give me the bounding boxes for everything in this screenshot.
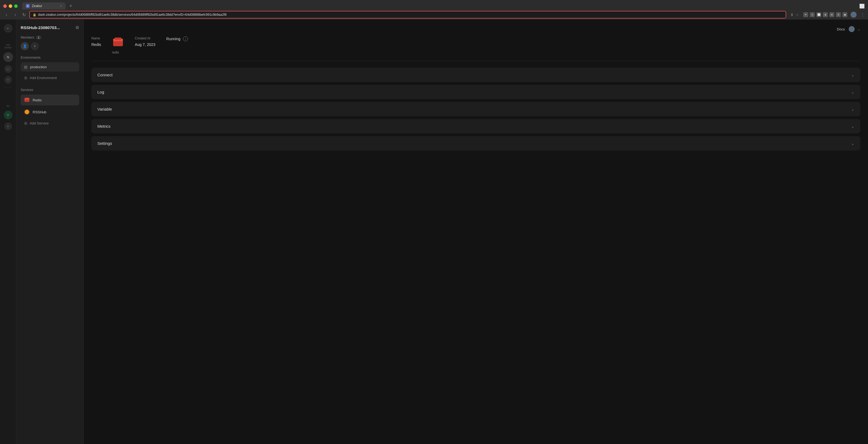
- extension-3[interactable]: ⬜: [816, 12, 821, 17]
- sidebar-site-label: site Zeabur: [4, 43, 12, 49]
- created-at-value: Aug 7, 2023: [135, 42, 156, 47]
- member-avatar-1[interactable]: 👤: [21, 42, 29, 50]
- project-settings-icon[interactable]: ⚙: [75, 25, 79, 30]
- browser-menu-button[interactable]: ⋮: [860, 12, 865, 18]
- created-at-label: Created At: [135, 36, 156, 40]
- settings-chevron-icon: ⌄: [851, 141, 855, 146]
- environments-label: Environments: [21, 56, 79, 60]
- svg-rect-2: [25, 98, 29, 99]
- sidebar-bottom-add[interactable]: +: [4, 123, 12, 130]
- address-input[interactable]: [38, 13, 783, 16]
- tab-close-button[interactable]: ×: [60, 4, 62, 8]
- sidebar-item-v[interactable]: V: [4, 111, 12, 119]
- accordion-list: Connect ⌄ Log ⌄ Variable ⌄ Metrics: [91, 68, 860, 150]
- browser-extensions: ✦ S ⬜ ◈ ⊞ ⧉ ▣: [803, 12, 847, 17]
- variable-chevron-icon: ⌄: [851, 107, 855, 111]
- project-header: RSSHub-23080703... ⚙: [21, 25, 79, 30]
- extension-6[interactable]: ⧉: [836, 12, 841, 17]
- connect-chevron-icon: ⌄: [851, 73, 855, 77]
- settings-section: Settings ⌄: [91, 136, 860, 150]
- browser-chrome: Z Zeabur × + ⬜ ‹ › ↻ 🔒 ⬆ ☆ ✦ S ⬜ ◈ ⊞ ⧉ ▣: [0, 0, 868, 20]
- name-label: Name: [91, 36, 101, 40]
- top-bar: Docs 👤 ⌄: [91, 26, 860, 32]
- window-restore-button[interactable]: ⬜: [859, 3, 865, 9]
- app-container: ← site Zeabur N go + rks V + RSSHub-2308…: [0, 20, 868, 444]
- extension-7[interactable]: ▣: [842, 12, 847, 17]
- extension-1[interactable]: ✦: [803, 12, 808, 17]
- environments-section: Environments ▤ production ⊕ Add Environm…: [21, 56, 79, 82]
- back-navigation-button[interactable]: ‹: [3, 12, 10, 18]
- variable-section: Variable ⌄: [91, 102, 860, 116]
- status-label: Running: [166, 37, 180, 41]
- members-count-badge: 1: [36, 36, 41, 39]
- rsshub-service-icon: [24, 109, 30, 115]
- add-env-label: Add Environment: [30, 76, 57, 80]
- services-label: Services: [21, 88, 79, 92]
- variable-label: Variable: [97, 107, 112, 111]
- logo-label: redis: [112, 50, 124, 54]
- redis-service-label: Redis: [33, 98, 41, 102]
- docs-link[interactable]: Docs: [837, 27, 845, 31]
- status-field: Running i: [166, 36, 188, 41]
- status-info-icon: i: [183, 36, 188, 41]
- project-sidebar: RSSHub-23080703... ⚙ Members1 👤 + Enviro…: [16, 20, 84, 444]
- services-section: Services Redis: [21, 88, 79, 128]
- add-env-plus-icon: ⊕: [24, 75, 28, 80]
- service-logo-field: redis: [112, 36, 124, 54]
- sidebar-back-button[interactable]: ←: [4, 24, 12, 33]
- reload-button[interactable]: ↻: [21, 12, 27, 18]
- sidebar-item-n[interactable]: N: [3, 52, 13, 62]
- share-button[interactable]: ⬆: [790, 13, 794, 17]
- settings-header[interactable]: Settings ⌄: [91, 136, 860, 150]
- connect-header[interactable]: Connect ⌄: [91, 68, 860, 82]
- add-service-label: Add Service: [30, 121, 49, 125]
- new-tab-button[interactable]: +: [68, 3, 74, 9]
- traffic-light-green[interactable]: [14, 4, 18, 8]
- lock-icon: 🔒: [33, 13, 36, 16]
- connect-label: Connect: [97, 73, 113, 77]
- metrics-section: Metrics ⌄: [91, 119, 860, 133]
- log-header[interactable]: Log ⌄: [91, 85, 860, 99]
- forward-navigation-button[interactable]: ›: [12, 12, 19, 18]
- log-label: Log: [97, 90, 104, 94]
- top-bar-chevron[interactable]: ⌄: [858, 27, 860, 31]
- extension-4[interactable]: ◈: [823, 12, 828, 17]
- service-item-rsshub[interactable]: RSSHub: [21, 106, 79, 117]
- env-item-production[interactable]: ▤ production: [21, 62, 79, 71]
- service-name-field: Name Redis: [91, 36, 101, 47]
- log-section: Log ⌄: [91, 85, 860, 99]
- created-at-field: Created At Aug 7, 2023: [135, 36, 156, 47]
- metrics-label: Metrics: [97, 124, 111, 129]
- extension-2[interactable]: S: [810, 12, 815, 17]
- address-input-wrapper[interactable]: 🔒: [29, 11, 786, 19]
- bookmark-button[interactable]: ☆: [796, 13, 799, 17]
- env-server-icon: ▤: [24, 65, 28, 69]
- svg-rect-8: [115, 37, 121, 40]
- add-environment-button[interactable]: ⊕ Add Environment: [21, 73, 79, 82]
- sidebar-add-button[interactable]: +: [4, 76, 12, 84]
- service-item-redis[interactable]: Redis: [21, 95, 79, 105]
- redis-logo: [112, 36, 124, 48]
- name-value: Redis: [91, 42, 101, 47]
- metrics-header[interactable]: Metrics ⌄: [91, 119, 860, 133]
- extension-5[interactable]: ⊞: [829, 12, 834, 17]
- service-header: Name Redis redis Created At Aug 7, 2023: [91, 36, 860, 61]
- active-tab[interactable]: Z Zeabur ×: [22, 2, 65, 9]
- redis-service-icon: [24, 97, 30, 103]
- address-actions: ⬆ ☆: [790, 13, 799, 17]
- top-bar-user-avatar[interactable]: 👤: [849, 26, 855, 32]
- add-member-button[interactable]: +: [31, 42, 39, 50]
- add-service-button[interactable]: ⊕ Add Service: [21, 118, 79, 128]
- status-badge: Running i: [166, 36, 188, 41]
- add-service-plus-icon: ⊕: [24, 121, 28, 126]
- user-avatar[interactable]: 👤: [850, 12, 857, 18]
- traffic-light-yellow[interactable]: [9, 4, 12, 8]
- traffic-light-red[interactable]: [3, 4, 7, 8]
- sidebar-rks-label: rks: [6, 105, 10, 107]
- sidebar-add-go[interactable]: go: [4, 65, 12, 73]
- address-bar: ‹ › ↻ 🔒 ⬆ ☆ ✦ S ⬜ ◈ ⊞ ⧉ ▣ 👤 ⋮: [0, 10, 868, 20]
- members-label: Members1: [21, 36, 79, 39]
- thin-sidebar: ← site Zeabur N go + rks V +: [0, 20, 16, 444]
- variable-header[interactable]: Variable ⌄: [91, 102, 860, 116]
- tab-bar: Z Zeabur × + ⬜: [0, 0, 868, 10]
